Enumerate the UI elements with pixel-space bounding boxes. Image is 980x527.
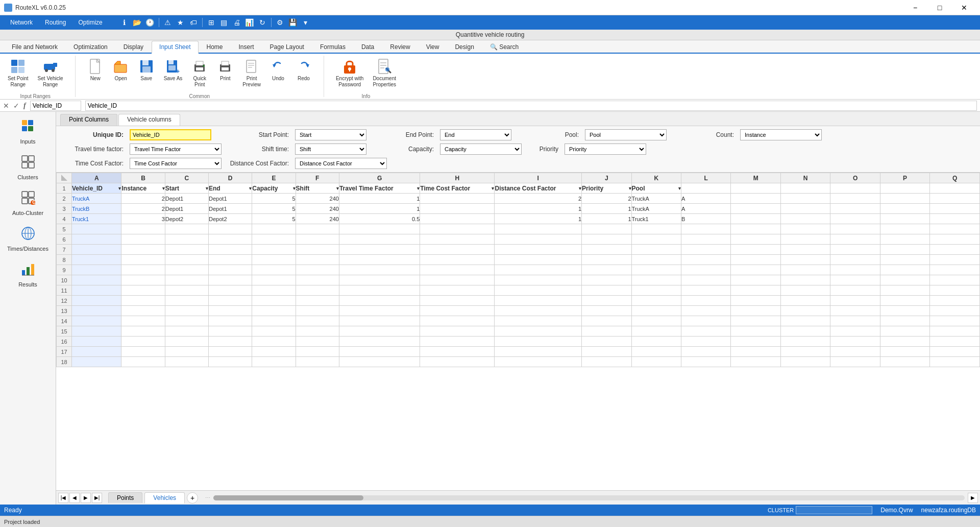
shift-time-select[interactable]: Shift	[295, 143, 366, 155]
sheet-nav-first[interactable]: |◀	[58, 493, 68, 503]
cell-d3[interactable]: Depot1	[209, 204, 252, 214]
cell-o2[interactable]	[830, 194, 880, 204]
capacity-select[interactable]: Capacity	[440, 143, 522, 155]
cell-n1[interactable]	[780, 183, 830, 194]
distance-cost-factor-select[interactable]: Distance Cost Factor	[295, 158, 387, 169]
unique-id-input[interactable]	[130, 129, 211, 140]
cell-q2[interactable]	[930, 194, 980, 204]
cell-n4[interactable]	[780, 214, 830, 224]
ribbon-tab-view[interactable]: View	[419, 41, 447, 53]
cell-b2[interactable]: 2	[121, 194, 165, 204]
formula-close-icon[interactable]: ✕	[3, 102, 9, 110]
cell-d1[interactable]: End▾	[209, 183, 252, 194]
ribbon-tab-page-layout[interactable]: Page Layout	[262, 41, 312, 53]
toolbar-refresh-icon[interactable]: ↻	[257, 17, 268, 28]
cell-n2[interactable]	[780, 194, 830, 204]
close-button[interactable]: ✕	[952, 0, 976, 15]
cell-d4[interactable]: Depot2	[209, 214, 252, 224]
filter-h1[interactable]: ▾	[492, 186, 494, 191]
sheet-nav-last[interactable]: ▶|	[92, 493, 102, 503]
cell-m4[interactable]	[731, 214, 780, 224]
toolbar-clock-icon[interactable]: 🕐	[144, 17, 156, 28]
menu-tab-routing[interactable]: Routing	[39, 17, 72, 28]
cell-d2[interactable]: Depot1	[209, 194, 252, 204]
cell-k3[interactable]: TruckA	[631, 204, 681, 214]
toolbar-table-icon[interactable]: ▤	[218, 17, 230, 28]
sidebar-item-inputs[interactable]: Inputs	[2, 115, 54, 149]
col-header-c[interactable]: C	[165, 173, 208, 183]
cell-q3[interactable]	[930, 204, 980, 214]
cell-q1[interactable]	[930, 183, 980, 194]
cell-i1[interactable]: Distance Cost Factor▾	[495, 183, 582, 194]
undo-button[interactable]: Undo	[266, 56, 290, 84]
cell-e2[interactable]: 5	[252, 194, 296, 204]
ribbon-tab-home[interactable]: Home	[199, 41, 231, 53]
cell-n3[interactable]	[780, 204, 830, 214]
cell-k4[interactable]: Truck1	[631, 214, 681, 224]
end-point-select[interactable]: End	[440, 129, 511, 140]
cell-b1[interactable]: Instance▾	[121, 183, 165, 194]
cell-f3[interactable]: 240	[296, 204, 339, 214]
toolbar-info-icon[interactable]: ℹ	[119, 17, 130, 28]
cell-o3[interactable]	[830, 204, 880, 214]
col-header-l[interactable]: L	[681, 173, 731, 183]
filter-a1[interactable]: ▾	[118, 186, 121, 191]
cell-l1[interactable]	[681, 183, 731, 194]
cell-f2[interactable]: 240	[296, 194, 339, 204]
cell-f1[interactable]: Shift▾	[296, 183, 339, 194]
save-button[interactable]: Save	[135, 56, 158, 84]
toolbar-chart-icon[interactable]: 📊	[244, 17, 255, 28]
cell-l2[interactable]: A	[681, 194, 731, 204]
h-scroll-right[interactable]: ▶	[968, 493, 978, 503]
encrypt-password-button[interactable]: Encrypt withPassword	[332, 56, 367, 90]
cell-k2[interactable]: TruckA	[631, 194, 681, 204]
cell-p4[interactable]	[880, 214, 929, 224]
col-header-d[interactable]: D	[209, 173, 252, 183]
cell-o4[interactable]	[830, 214, 880, 224]
filter-k1[interactable]: ▾	[678, 186, 681, 191]
col-header-m[interactable]: M	[731, 173, 780, 183]
cell-i2[interactable]: 2	[495, 194, 582, 204]
spreadsheet-container[interactable]: A B C D E	[56, 173, 980, 490]
cluster-input[interactable]	[796, 506, 872, 514]
formula-bar-cell-ref[interactable]	[30, 101, 81, 111]
cell-c3[interactable]: Depot1	[165, 204, 208, 214]
add-sheet-button[interactable]: +	[187, 492, 198, 504]
cell-c2[interactable]: Depot1	[165, 194, 208, 204]
filter-b1[interactable]: ▾	[162, 186, 165, 191]
cell-p3[interactable]	[880, 204, 929, 214]
col-header-q[interactable]: Q	[930, 173, 980, 183]
cell-j3[interactable]: 1	[582, 204, 631, 214]
toolbar-warning-icon[interactable]: ⚠	[162, 17, 174, 28]
print-button[interactable]: Print	[213, 56, 237, 84]
cell-h3[interactable]	[420, 204, 495, 214]
cell-j2[interactable]: 2	[582, 194, 631, 204]
col-header-n[interactable]: N	[780, 173, 830, 183]
cell-q4[interactable]	[930, 214, 980, 224]
ribbon-tab-formulas[interactable]: Formulas	[312, 41, 353, 53]
cell-a2[interactable]: TruckA	[72, 194, 121, 204]
cell-j1[interactable]: Priority▾	[582, 183, 631, 194]
cell-h2[interactable]	[420, 194, 495, 204]
toolbar-grid-icon[interactable]: ⊞	[206, 17, 217, 28]
save-as-button[interactable]: + Save As	[160, 56, 186, 84]
cell-a1[interactable]: Vehicle_ID ▾	[72, 183, 121, 194]
cell-g4[interactable]: 0.5	[339, 214, 420, 224]
formula-bar-value[interactable]	[85, 101, 977, 111]
col-header-a[interactable]: A	[72, 173, 121, 183]
cell-i3[interactable]: 1	[495, 204, 582, 214]
cell-g1[interactable]: Travel Time Factor▾	[339, 183, 420, 194]
cell-p2[interactable]	[880, 194, 929, 204]
col-header-i[interactable]: I	[495, 173, 582, 183]
tab-point-columns[interactable]: Point Columns	[60, 114, 117, 126]
ribbon-tab-search[interactable]: 🔍 Search	[482, 41, 526, 53]
cell-c4[interactable]: Depot2	[165, 214, 208, 224]
cell-e1[interactable]: Capacity▾	[252, 183, 296, 194]
cell-b3[interactable]: 2	[121, 204, 165, 214]
cell-e4[interactable]: 5	[252, 214, 296, 224]
cell-g2[interactable]: 1	[339, 194, 420, 204]
priority-select[interactable]: Priority	[565, 143, 646, 155]
ribbon-tab-data[interactable]: Data	[354, 41, 382, 53]
filter-d1[interactable]: ▾	[249, 186, 252, 191]
redo-button[interactable]: Redo	[292, 56, 315, 84]
